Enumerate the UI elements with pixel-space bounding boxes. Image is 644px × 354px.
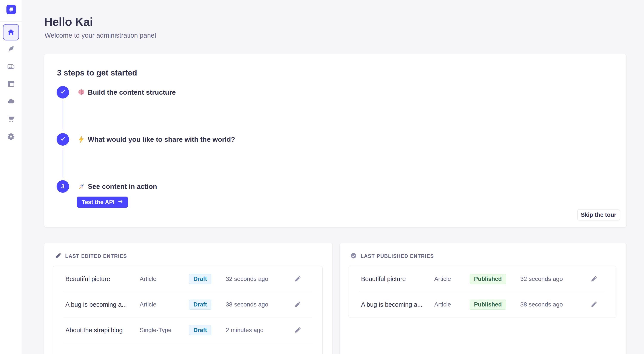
test-the-api-label: Test the API [82, 199, 114, 206]
test-the-api-button[interactable]: Test the API [77, 197, 128, 208]
table-row[interactable]: A bug is becoming a... Article Draft 38 … [53, 292, 322, 317]
entry-type: Article [140, 276, 189, 282]
brain-emoji [78, 88, 85, 96]
last-published-entries-panel: LAST PUBLISHED ENTRIES Beautiful picture… [340, 243, 626, 354]
table-row[interactable]: A bug is becoming a... Article Published… [349, 292, 616, 317]
entry-time: 38 seconds ago [226, 301, 293, 308]
edit-entry-button[interactable] [293, 300, 302, 309]
check-icon [60, 89, 66, 96]
entry-time: 38 seconds ago [520, 301, 589, 308]
status-badge: Published [470, 274, 506, 284]
step-1-label[interactable]: Build the content structure [78, 87, 176, 98]
step-1-text: Build the content structure [88, 88, 176, 96]
last-published-entries-title: LAST PUBLISHED ENTRIES [360, 253, 434, 259]
edit-entry-button[interactable] [589, 300, 598, 309]
status-badge: Published [470, 300, 506, 310]
edit-entry-button[interactable] [589, 274, 598, 284]
strapi-logo-icon [6, 5, 16, 14]
pencil-icon [294, 301, 301, 308]
last-edited-entries-table: Beautiful picture Article Draft 32 secon… [53, 266, 322, 354]
table-row[interactable]: Beautiful picture Article Published 32 s… [349, 266, 616, 292]
step-3-label[interactable]: See content in action [78, 181, 157, 192]
sidebar-item-marketplace[interactable] [4, 111, 18, 126]
pencil-icon [591, 276, 597, 282]
entry-title: About the strapi blog [66, 327, 140, 334]
entry-title: Beautiful picture [66, 276, 140, 283]
onboarding-title: 3 steps to get started [57, 68, 137, 77]
sidebar [0, 0, 22, 354]
last-edited-entries-header: LAST EDITED ENTRIES [55, 253, 127, 260]
last-published-entries-table: Beautiful picture Article Published 32 s… [348, 266, 616, 318]
last-edited-entries-panel: LAST EDITED ENTRIES Beautiful picture Ar… [44, 243, 332, 354]
sidebar-item-content-manager[interactable] [4, 42, 18, 57]
content-manager-feather-icon [7, 45, 15, 53]
entry-time: 32 seconds ago [226, 276, 293, 282]
step-3-number-circle: 3 [56, 180, 69, 193]
status-badge: Draft [189, 300, 211, 310]
media-library-icon [7, 63, 15, 71]
rocket-emoji [78, 183, 85, 190]
status-badge: Draft [189, 325, 211, 335]
entry-title: A bug is becoming a... [361, 301, 434, 308]
sidebar-item-cloud[interactable] [4, 94, 18, 109]
entry-title: A bug is becoming a... [66, 301, 140, 308]
edit-entry-button[interactable] [293, 326, 302, 335]
edit-entry-button[interactable] [293, 274, 302, 284]
zap-emoji [78, 135, 85, 143]
step-2-label[interactable]: What would you like to share with the wo… [78, 134, 235, 145]
pencil-icon [591, 301, 597, 308]
marketplace-cart-icon [7, 115, 15, 123]
step-connector [62, 101, 63, 131]
entry-type: Article [140, 301, 189, 308]
sidebar-item-media-library[interactable] [4, 59, 18, 74]
entry-type: Single-Type [140, 327, 189, 334]
status-badge: Draft [189, 274, 211, 284]
table-row[interactable]: Beautiful picture Article Draft 32 secon… [53, 266, 322, 292]
sidebar-item-settings[interactable] [4, 129, 18, 144]
settings-gear-icon [7, 133, 15, 140]
entry-time: 32 seconds ago [520, 276, 589, 282]
pencil-icon [55, 253, 61, 260]
skip-the-tour-label: Skip the tour [581, 212, 616, 218]
last-published-entries-header: LAST PUBLISHED ENTRIES [350, 253, 434, 260]
step-1-done-circle [56, 86, 69, 98]
skip-the-tour-button[interactable]: Skip the tour [577, 209, 620, 220]
pencil-icon [294, 327, 301, 333]
page-title: Hello Kai [44, 15, 93, 28]
step-3-text: See content in action [88, 183, 157, 191]
arrow-right-icon [118, 199, 123, 206]
pencil-icon [294, 276, 301, 282]
step-2-text: What would you like to share with the wo… [88, 135, 235, 143]
check-circle-icon [350, 253, 357, 260]
sidebar-divider [0, 21, 22, 21]
check-icon [60, 136, 66, 143]
entry-time: 2 minutes ago [226, 327, 293, 334]
step-connector [62, 148, 63, 178]
onboarding-card: 3 steps to get started Build the content… [44, 54, 626, 227]
page-subtitle: Welcome to your administration panel [44, 32, 156, 39]
sidebar-item-home[interactable] [3, 24, 19, 40]
entry-title: Beautiful picture [361, 276, 434, 283]
step-2-done-circle [56, 133, 69, 146]
step-3-number: 3 [61, 183, 64, 190]
row-divider [64, 343, 312, 343]
home-icon [7, 28, 15, 36]
last-edited-entries-title: LAST EDITED ENTRIES [65, 253, 127, 259]
entry-type: Article [434, 301, 470, 308]
cloud-icon [7, 97, 15, 105]
sidebar-item-content-type-builder[interactable] [4, 76, 18, 91]
table-row[interactable]: About the strapi blog Single-Type Draft … [53, 318, 322, 343]
content-type-builder-icon [7, 80, 15, 88]
entry-type: Article [434, 276, 470, 282]
